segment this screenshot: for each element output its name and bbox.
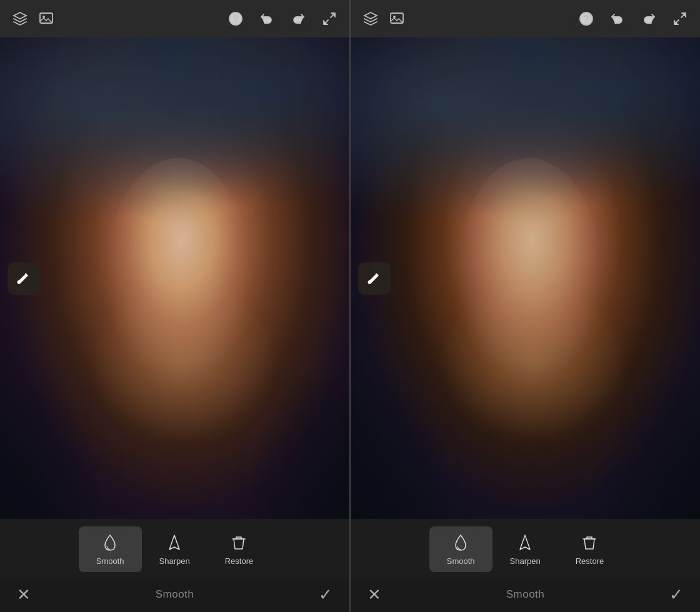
left-tool-selector: Smooth Sharpen Restore	[0, 519, 349, 577]
right-image-icon[interactable]	[387, 9, 407, 29]
right-panel: Smooth Sharpen Restore ✕ Smooth ✓	[351, 0, 700, 612]
left-action-bar: ✕ Smooth ✓	[0, 577, 349, 612]
left-face-sim	[0, 37, 349, 519]
toolbar-right-icons	[226, 9, 339, 29]
expand-icon[interactable]	[319, 9, 339, 29]
main-container: Smooth Sharpen Restore ✕ Smooth ✓	[0, 0, 700, 612]
left-action-title: Smooth	[156, 588, 194, 601]
right-face-sim	[351, 37, 700, 519]
left-smooth-tool[interactable]: Smooth	[79, 526, 142, 572]
left-restore-tool[interactable]: Restore	[208, 526, 271, 572]
left-restore-label: Restore	[225, 556, 254, 566]
right-smooth-label: Smooth	[447, 556, 475, 566]
right-toolbar-left-icons	[361, 9, 407, 29]
right-corner-dark-right	[578, 327, 700, 519]
right-confirm-button[interactable]: ✓	[665, 583, 688, 606]
left-smooth-label: Smooth	[96, 556, 124, 566]
right-action-bar: ✕ Smooth ✓	[351, 577, 700, 612]
left-sharpen-label: Sharpen	[159, 556, 190, 566]
right-smooth-tool[interactable]: Smooth	[429, 526, 492, 572]
left-toolbar	[0, 0, 349, 37]
left-confirm-button[interactable]: ✓	[314, 583, 337, 606]
left-corner-dark-right	[227, 327, 349, 519]
help-icon[interactable]	[226, 9, 246, 29]
right-corner-dark-left	[351, 327, 473, 519]
right-action-title: Smooth	[506, 588, 545, 601]
right-sharpen-label: Sharpen	[510, 556, 541, 566]
left-sharpen-tool[interactable]: Sharpen	[142, 526, 208, 572]
layers-icon[interactable]	[10, 9, 30, 29]
right-help-icon[interactable]	[576, 9, 596, 29]
right-layers-icon[interactable]	[361, 9, 381, 29]
right-toolbar-right-icons	[576, 9, 690, 29]
image-icon[interactable]	[36, 9, 56, 29]
right-redo-icon[interactable]	[639, 9, 659, 29]
left-portrait-bg	[0, 37, 349, 519]
left-cancel-button[interactable]: ✕	[12, 583, 35, 606]
right-toolbar	[351, 0, 700, 37]
right-portrait-bg	[351, 37, 700, 519]
left-image-area	[0, 37, 349, 519]
left-panel: Smooth Sharpen Restore ✕ Smooth ✓	[0, 0, 349, 612]
right-image-area	[351, 37, 700, 519]
right-sharpen-tool[interactable]: Sharpen	[492, 526, 558, 572]
toolbar-left-icons	[10, 9, 56, 29]
right-brush-tool[interactable]	[358, 262, 391, 295]
right-restore-tool[interactable]: Restore	[558, 526, 622, 572]
right-tool-selector: Smooth Sharpen Restore	[351, 519, 700, 577]
undo-icon[interactable]	[257, 9, 277, 29]
left-brush-tool[interactable]	[8, 262, 40, 295]
right-restore-label: Restore	[576, 556, 604, 566]
right-expand-icon[interactable]	[670, 9, 690, 29]
right-cancel-button[interactable]: ✕	[363, 583, 386, 606]
right-undo-icon[interactable]	[608, 9, 628, 29]
left-corner-dark-left	[0, 327, 122, 519]
redo-icon[interactable]	[288, 9, 308, 29]
